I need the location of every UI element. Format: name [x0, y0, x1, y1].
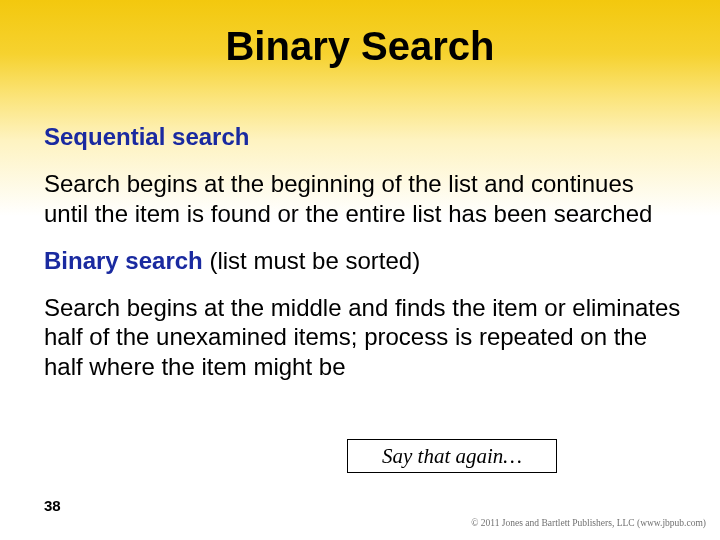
binary-description: Search begins at the middle and finds th…	[44, 293, 684, 381]
binary-term: Binary search	[44, 247, 203, 274]
copyright-notice: © 2011 Jones and Bartlett Publishers, LL…	[471, 518, 706, 528]
slide-body: Sequential search Search begins at the b…	[44, 122, 684, 399]
sequential-description: Search begins at the beginning of the li…	[44, 169, 684, 228]
page-number: 38	[44, 497, 61, 514]
binary-qualifier: (list must be sorted)	[203, 247, 420, 274]
callout-box: Say that again…	[347, 439, 557, 473]
slide-title: Binary Search	[0, 24, 720, 69]
sequential-term: Sequential search	[44, 123, 249, 150]
slide: Binary Search Sequential search Search b…	[0, 0, 720, 540]
binary-heading: Binary search (list must be sorted)	[44, 246, 684, 275]
sequential-heading: Sequential search	[44, 122, 684, 151]
